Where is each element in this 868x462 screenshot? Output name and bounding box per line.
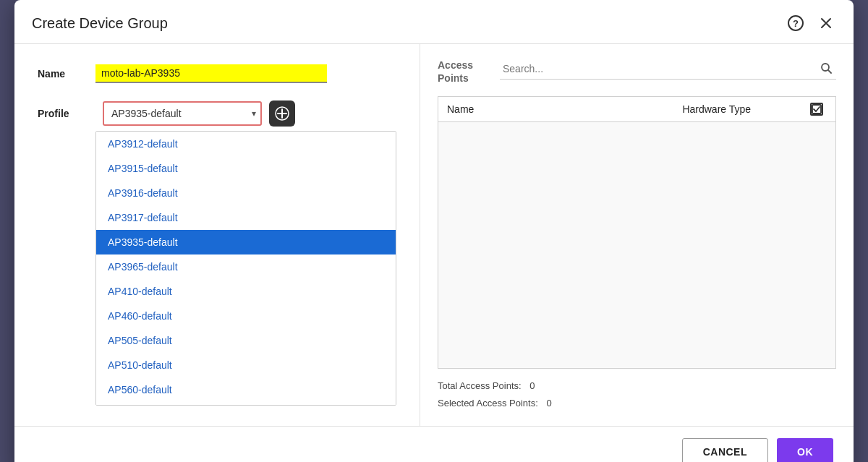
dialog-body: Name Profile AP3935-default ▾ <box>14 44 854 426</box>
search-input[interactable] <box>500 59 836 80</box>
access-points-label: Access Points <box>438 59 488 85</box>
profile-row: Profile AP3935-default ▾ <box>38 100 396 127</box>
access-points-header: Access Points <box>438 59 836 85</box>
select-all-checkbox[interactable] <box>807 103 827 116</box>
add-profile-button[interactable] <box>269 100 295 127</box>
col-name-header: Name <box>447 103 627 115</box>
col-hardware-type-header: Hardware Type <box>627 103 807 115</box>
dialog-footer: CANCEL OK <box>14 426 854 462</box>
list-item[interactable]: AP410-default <box>96 279 396 304</box>
dialog-title: Create Device Group <box>32 15 168 32</box>
search-box <box>500 59 836 80</box>
list-item[interactable]: APVMAP-default <box>96 402 396 406</box>
selected-access-points: Selected Access Points: 0 <box>438 395 836 411</box>
profile-select[interactable]: AP3935-default <box>103 101 262 126</box>
list-item[interactable]: AP3912-default <box>96 132 396 156</box>
profile-label: Profile <box>38 108 95 119</box>
total-label: Total Access Points: <box>438 380 522 391</box>
table-header: Name Hardware Type <box>438 97 835 122</box>
selected-label: Selected Access Points: <box>438 398 538 408</box>
table-scroll-area[interactable] <box>438 122 835 368</box>
create-device-group-dialog: Create Device Group ? Name <box>14 0 854 462</box>
name-row: Name <box>38 64 396 83</box>
ok-button[interactable]: OK <box>777 438 833 462</box>
list-item[interactable]: AP510-default <box>96 353 396 377</box>
profile-select-wrapper: AP3935-default ▾ <box>103 101 262 126</box>
dialog-header: Create Device Group ? <box>14 0 854 44</box>
cancel-button[interactable]: CANCEL <box>682 438 768 462</box>
right-panel: Access Points Name Hardware Type <box>420 44 854 426</box>
name-label: Name <box>38 68 95 80</box>
checkbox-icon <box>810 103 823 116</box>
list-item-selected[interactable]: AP3935-default <box>96 230 396 254</box>
list-item[interactable]: AP505-default <box>96 328 396 353</box>
list-item[interactable]: AP3965-default <box>96 254 396 279</box>
name-input[interactable] <box>95 64 327 83</box>
header-icons: ? <box>786 13 836 33</box>
selected-value: 0 <box>546 398 551 408</box>
list-item[interactable]: AP3915-default <box>96 156 396 181</box>
svg-line-8 <box>828 70 831 73</box>
list-item[interactable]: AP3917-default <box>96 205 396 230</box>
list-item[interactable]: AP3916-default <box>96 181 396 205</box>
total-access-points: Total Access Points: 0 <box>438 377 836 394</box>
close-button[interactable] <box>816 13 836 33</box>
access-points-table: Name Hardware Type <box>438 96 836 369</box>
list-item[interactable]: AP460-default <box>96 304 396 328</box>
total-value: 0 <box>529 380 535 391</box>
list-item[interactable]: AP560-default <box>96 377 396 402</box>
help-button[interactable]: ? <box>786 13 806 33</box>
svg-text:?: ? <box>793 18 799 29</box>
profile-dropdown-list: AP3912-default AP3915-default AP3916-def… <box>95 131 396 406</box>
search-icon <box>820 62 832 77</box>
left-panel: Name Profile AP3935-default ▾ <box>14 44 420 426</box>
ap-stats: Total Access Points: 0 Selected Access P… <box>438 377 836 411</box>
